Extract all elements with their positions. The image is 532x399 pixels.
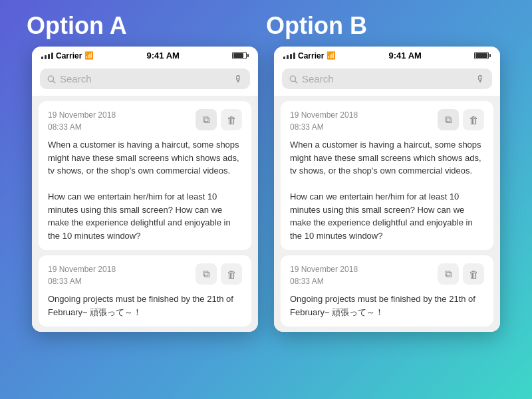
search-placeholder-a: Search [60, 73, 230, 84]
note-text-a-1: Ongoing projects must be finished by the… [48, 293, 242, 319]
note-header-b-1: 19 November 2018 08:33 AM ⧉ 🗑 [290, 263, 484, 287]
status-bar-a: Carrier 📶 9:41 AM [32, 47, 258, 63]
status-bar-b: Carrier 📶 9:41 AM [274, 47, 500, 63]
note-actions-a-0: ⧉ 🗑 [196, 109, 242, 130]
content-area-b: 19 November 2018 08:33 AM ⧉ 🗑 When a cus… [274, 96, 500, 332]
signal-bar-b-4 [293, 53, 295, 59]
carrier-label-a: Carrier [56, 51, 82, 61]
note-card-b-0: 19 November 2018 08:33 AM ⧉ 🗑 When a cus… [281, 101, 493, 250]
mic-icon-b: 🎙 [476, 74, 485, 84]
status-left-a: Carrier 📶 [41, 51, 94, 61]
search-bar-wrapper-a: Search 🎙 [32, 63, 258, 96]
time-b: 9:41 AM [388, 51, 421, 61]
note-date-b-1: 19 November 2018 08:33 AM [290, 263, 358, 287]
note-actions-a-1: ⧉ 🗑 [196, 263, 242, 285]
signal-bar-b-2 [287, 55, 289, 59]
signal-bar-b-3 [290, 54, 292, 59]
note-text-b-0: When a customer is having a haircut, som… [290, 138, 484, 242]
phones-row: Carrier 📶 9:41 AM Search � [0, 47, 532, 332]
delete-button-b-1[interactable]: 🗑 [463, 263, 484, 285]
delete-button-a-0[interactable]: 🗑 [221, 109, 242, 130]
option-b-label: Option B [266, 12, 505, 40]
note-card-a-1: 19 November 2018 08:33 AM ⧉ 🗑 Ongoing pr… [39, 255, 251, 327]
delete-button-b-0[interactable]: 🗑 [463, 109, 484, 130]
search-placeholder-b: Search [302, 73, 472, 84]
note-card-a-0: 19 November 2018 08:33 AM ⧉ 🗑 When a cus… [39, 101, 251, 250]
note-date-a-1: 19 November 2018 08:33 AM [48, 263, 116, 287]
signal-bar-3 [48, 54, 50, 59]
mic-icon-a: 🎙 [234, 74, 243, 84]
search-bar-a[interactable]: Search 🎙 [40, 68, 250, 89]
content-area-a: 19 November 2018 08:33 AM ⧉ 🗑 When a cus… [32, 96, 258, 332]
copy-button-a-0[interactable]: ⧉ [196, 109, 217, 130]
signal-icon-b [283, 52, 295, 59]
battery-icon-b [474, 52, 491, 59]
option-a-label: Option A [27, 12, 266, 40]
signal-icon [41, 52, 53, 59]
note-header-a-0: 19 November 2018 08:33 AM ⧉ 🗑 [48, 109, 242, 133]
signal-bar-b-1 [283, 57, 285, 59]
copy-button-b-0[interactable]: ⧉ [438, 109, 459, 130]
svg-line-3 [295, 80, 297, 82]
copy-button-a-1[interactable]: ⧉ [196, 263, 217, 285]
note-text-b-1: Ongoing projects must be finished by the… [290, 293, 484, 319]
search-bar-wrapper-b: Search 🎙 [274, 63, 500, 96]
battery-icon-a [232, 52, 249, 59]
signal-bar-2 [45, 55, 47, 59]
time-a: 9:41 AM [146, 51, 179, 61]
note-header-a-1: 19 November 2018 08:33 AM ⧉ 🗑 [48, 263, 242, 287]
note-date-b-0: 19 November 2018 08:33 AM [290, 109, 358, 133]
wifi-icon-b: 📶 [327, 51, 336, 60]
phone-b: Carrier 📶 9:41 AM Search � [274, 47, 500, 332]
status-left-b: Carrier 📶 [283, 51, 336, 61]
wifi-icon-a: 📶 [84, 51, 94, 60]
carrier-label-b: Carrier [298, 51, 324, 61]
note-header-b-0: 19 November 2018 08:33 AM ⧉ 🗑 [290, 109, 484, 133]
note-text-a-0: When a customer is having a haircut, som… [48, 138, 242, 242]
note-date-a-0: 19 November 2018 08:33 AM [48, 109, 116, 133]
copy-button-b-1[interactable]: ⧉ [438, 263, 459, 285]
note-card-b-1: 19 November 2018 08:33 AM ⧉ 🗑 Ongoing pr… [281, 255, 493, 327]
signal-bar-4 [51, 53, 53, 59]
delete-button-a-1[interactable]: 🗑 [221, 263, 242, 285]
search-bar-b[interactable]: Search 🎙 [282, 68, 492, 89]
search-icon-a [47, 74, 56, 84]
signal-bar-1 [41, 57, 43, 59]
status-right-a [232, 52, 249, 59]
header-row: Option A Option B [0, 0, 532, 47]
status-right-b [474, 52, 491, 59]
note-actions-b-1: ⧉ 🗑 [438, 263, 484, 285]
phone-a: Carrier 📶 9:41 AM Search � [32, 47, 258, 332]
svg-line-1 [53, 80, 55, 82]
search-icon-b [289, 74, 298, 84]
note-actions-b-0: ⧉ 🗑 [438, 109, 484, 130]
